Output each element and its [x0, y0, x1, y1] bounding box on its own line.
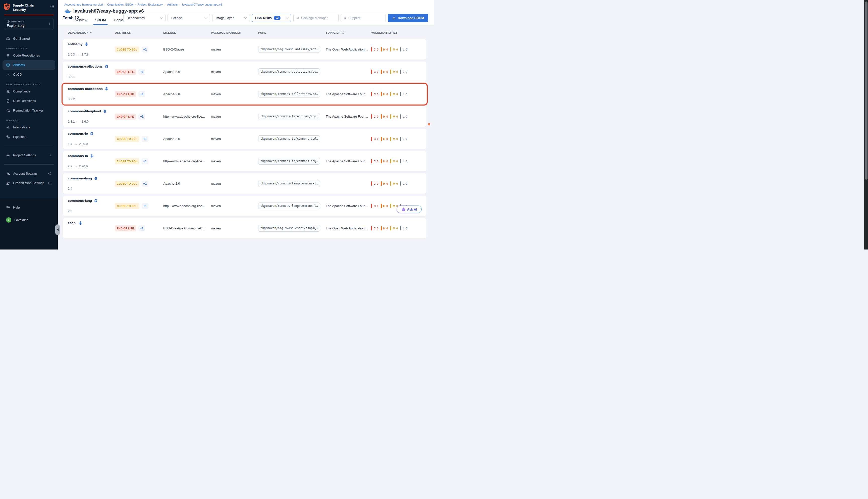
oss-risk-more-badge[interactable]: +1: [138, 226, 146, 231]
table-row[interactable]: commons-collections 3.2.1 END OF LIFE +1…: [63, 62, 426, 82]
oss-risk-badge: CLOSE TO EOL: [115, 158, 139, 164]
package-manager-search-input[interactable]: [301, 16, 336, 20]
sidebar-item-rule-definitions[interactable]: Rule Definitions: [2, 96, 55, 106]
breadcrumb-organization[interactable]: Organization: SSCA: [107, 3, 133, 6]
download-sbom-button[interactable]: Download SBOM: [388, 14, 428, 22]
sidebar-item-get-started[interactable]: Get Started: [2, 34, 55, 44]
vulnerability-counts: C0H0M0L0: [371, 159, 426, 163]
sidebar-item-compliance[interactable]: Compliance: [2, 87, 55, 96]
sidebar-item-cicd[interactable]: CI/CD: [2, 70, 55, 80]
table-row[interactable]: antisamy 1.5.3→1.7.8 CLOSE TO EOL +1 BSD…: [63, 39, 426, 60]
section-label-manage: MANAGE: [6, 119, 58, 122]
purl-value[interactable]: pkg:maven/commons-lang/commons-l…: [258, 180, 320, 187]
table-row[interactable]: commons-lang 2.6 CLOSE TO EOL +1 http---…: [63, 196, 426, 216]
purl-value[interactable]: pkg:maven/commons-fileupload/com…: [258, 113, 320, 120]
breadcrumb-separator: ›: [179, 3, 180, 6]
column-package-manager[interactable]: PACKAGE MANAGER: [211, 31, 258, 34]
oss-risk-more-badge[interactable]: +1: [138, 113, 146, 120]
purl-value[interactable]: pkg:maven/commons-lang/commons-l…: [258, 203, 320, 209]
sidebar-divider: [4, 146, 54, 146]
oss-risk-badge: END OF LIFE: [115, 113, 136, 120]
vulnerability-counts: C0H0M0L0: [371, 226, 426, 230]
column-vulnerabilities[interactable]: VULNERABILITIES: [371, 31, 426, 34]
table-row[interactable]: commons-collections 3.2.2 END OF LIFE +1…: [63, 84, 426, 104]
column-purl[interactable]: PURL: [258, 31, 326, 34]
oss-risk-more-badge[interactable]: +1: [142, 203, 149, 209]
package-manager-value: maven: [211, 70, 258, 74]
purl-value[interactable]: pkg:maven/org.owasp.antisamy/ant…: [258, 46, 320, 53]
layers-icon: [78, 221, 82, 225]
table-row[interactable]: commons-fileupload 1.3.1→1.6.0 END OF LI…: [63, 106, 426, 126]
sidebar-item-artifacts[interactable]: Artifacts: [2, 60, 55, 70]
image-layer-filter-dropdown[interactable]: Image Layer: [212, 14, 250, 22]
oss-risk-more-badge[interactable]: +1: [138, 91, 146, 97]
dependency-filter-dropdown[interactable]: Dependency: [123, 14, 165, 22]
chevron-right-icon: [49, 22, 51, 25]
column-oss-risks[interactable]: OSS RISKS: [115, 31, 163, 34]
package-manager-value: maven: [211, 159, 258, 163]
purl-value[interactable]: pkg:maven/commons-io/commons-io@…: [258, 135, 320, 142]
sort-desc-icon: [90, 32, 92, 34]
sidebar-item-integrations[interactable]: Integrations: [2, 123, 55, 132]
oss-risks-filter-dropdown[interactable]: OSS Risks 02: [252, 14, 292, 22]
package-manager-value: maven: [211, 204, 258, 208]
oss-risk-more-badge[interactable]: +1: [142, 181, 149, 187]
sidebar-item-code-repositories[interactable]: Code Repositories: [2, 51, 55, 60]
oss-risk-more-badge[interactable]: +1: [142, 47, 149, 52]
table-row[interactable]: commons-lang 2.4 CLOSE TO EOL +1 Apache-…: [63, 173, 426, 194]
dependency-versions: 2.2→2.20.0: [68, 164, 115, 168]
purl-value[interactable]: pkg:maven/commons-collections/co…: [258, 91, 320, 97]
breadcrumb: Account: app-harness-ng-cicd › Organizat…: [64, 3, 222, 6]
dependency-name: commons-lang: [68, 199, 92, 203]
sidebar-item-project-settings[interactable]: Project Settings: [2, 150, 55, 160]
supplier-search: [340, 14, 386, 22]
breadcrumb-account[interactable]: Account: app-harness-ng-cicd: [64, 3, 103, 6]
breadcrumb-separator: ›: [104, 3, 106, 6]
avatar: L: [6, 217, 11, 223]
dependency-versions: 1.3.1→1.6.0: [68, 120, 115, 123]
breadcrumb-artifacts[interactable]: Artifacts: [167, 3, 178, 6]
table-header: DEPENDENCY OSS RISKS LICENSE PACKAGE MAN…: [63, 30, 426, 36]
sidebar-item-account-settings[interactable]: Account Settings: [2, 169, 55, 179]
purl-value[interactable]: pkg:maven/org.owasp.esapi/esapi@…: [258, 225, 320, 232]
clipboard-check-icon: [6, 99, 10, 103]
user-menu[interactable]: L Lavakush: [2, 215, 55, 224]
chevron-down-icon: [244, 17, 247, 19]
oss-risk-more-badge[interactable]: +1: [142, 136, 149, 142]
sidebar-item-help[interactable]: Help: [2, 203, 55, 212]
breadcrumb-project[interactable]: Project: Exploratory: [137, 3, 162, 6]
user-name: Lavakush: [14, 218, 28, 222]
project-label: PROJECT: [11, 20, 25, 23]
column-license[interactable]: LICENSE: [163, 31, 211, 34]
info-icon: [48, 172, 52, 175]
vulnerability-counts: C0H0M0L0: [371, 181, 426, 186]
vulnerability-counts: C0H0M0L0: [371, 114, 426, 119]
dependency-versions: [68, 231, 115, 235]
oss-risk-more-badge[interactable]: +1: [138, 69, 146, 75]
brand-accent-line: [4, 15, 54, 15]
breadcrumb-artifact-name[interactable]: lavakush07/easy-buggy-app:v6: [182, 3, 222, 6]
supplier-value: The Apache Software Foun...: [326, 92, 371, 96]
license-value: http---www.apache.org-lice...: [163, 114, 211, 118]
vulnerability-counts: C0H0M0L0: [371, 137, 426, 141]
sidebar-item-remediation-tracker[interactable]: Remediation Tracker: [2, 106, 55, 115]
table-row[interactable]: commons-io 1.4→2.20.0 CLOSE TO EOL +1 Ap…: [63, 129, 426, 149]
column-supplier[interactable]: SUPPLIER: [326, 31, 371, 34]
table-row[interactable]: commons-io 2.2→2.20.0 CLOSE TO EOL +1 ht…: [63, 151, 426, 171]
dependency-versions: 2.4: [68, 187, 115, 191]
gear-icon: [6, 153, 10, 157]
sidebar: Supply Chain Security PROJECT Explorator…: [0, 0, 58, 250]
sidebar-item-pipelines[interactable]: Pipelines: [2, 132, 55, 142]
table-row[interactable]: esapi END OF LIFE +1 BSD-Creative Common…: [63, 218, 426, 239]
sidebar-collapse-handle[interactable]: [55, 224, 60, 235]
project-selector[interactable]: PROJECT Exploratory: [4, 18, 54, 30]
oss-risk-more-badge[interactable]: +1: [142, 158, 149, 164]
purl-value[interactable]: pkg:maven/commons-io/commons-io@…: [258, 158, 320, 165]
purl-value[interactable]: pkg:maven/commons-collections/co…: [258, 68, 320, 75]
sidebar-item-organization-settings[interactable]: Organization Settings: [2, 179, 55, 188]
ask-ai-button[interactable]: Ask AI: [397, 206, 422, 213]
column-dependency[interactable]: DEPENDENCY: [68, 31, 115, 34]
supplier-search-input[interactable]: [348, 16, 383, 20]
module-grid-icon[interactable]: [50, 3, 54, 10]
license-filter-dropdown[interactable]: License: [168, 14, 210, 22]
